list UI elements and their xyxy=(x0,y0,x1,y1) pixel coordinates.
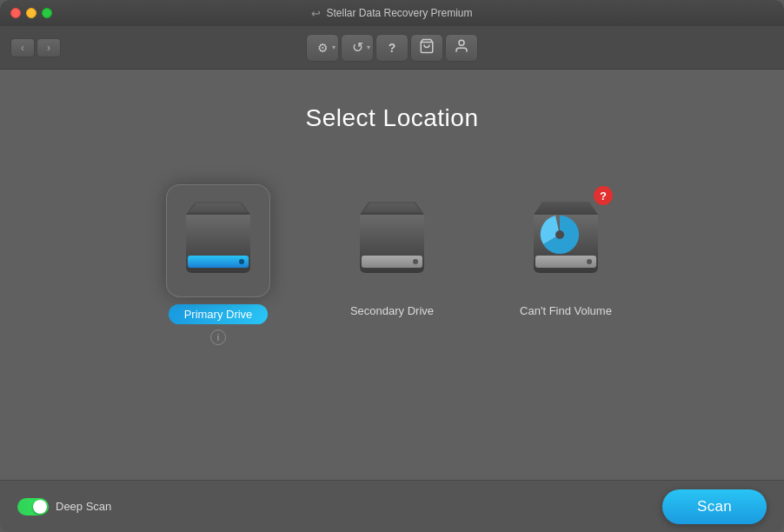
title-bar: ↩ Stellar Data Recovery Premium xyxy=(0,0,784,26)
svg-point-3 xyxy=(239,259,244,264)
primary-drive-item[interactable]: Primary Drive i xyxy=(166,184,270,345)
main-content: Select Location xyxy=(0,70,784,532)
minimize-button[interactable] xyxy=(26,8,37,18)
account-button[interactable] xyxy=(445,34,478,62)
drives-container: Primary Drive i xyxy=(166,184,618,345)
secondary-drive-label: Secondary Drive xyxy=(350,304,434,317)
cart-icon xyxy=(419,38,435,57)
svg-point-5 xyxy=(413,259,418,264)
deep-scan-switch[interactable] xyxy=(17,498,49,515)
primary-drive-info-icon[interactable]: i xyxy=(210,329,226,345)
primary-drive-icon xyxy=(179,193,257,289)
page-title: Select Location xyxy=(306,104,479,132)
secondary-drive-item[interactable]: Secondary Drive xyxy=(340,184,444,317)
window-title: Stellar Data Recovery Premium xyxy=(326,7,472,19)
gear-icon: ⚙ xyxy=(317,41,329,55)
deep-scan-toggle[interactable]: Deep Scan xyxy=(17,498,111,515)
question-icon: ? xyxy=(389,41,396,55)
cant-find-badge: ? xyxy=(594,186,613,205)
person-icon xyxy=(454,38,469,57)
bottom-bar: Deep Scan Scan xyxy=(0,480,784,532)
svg-point-8 xyxy=(555,230,564,239)
svg-point-1 xyxy=(459,40,464,45)
cant-find-drive-label: Can't Find Volume xyxy=(520,304,612,317)
nav-back-button[interactable]: ‹ xyxy=(10,38,35,57)
settings-button[interactable]: ⚙ xyxy=(306,34,339,62)
primary-drive-label: Primary Drive xyxy=(169,304,269,324)
history-icon: ↺ xyxy=(352,39,363,56)
secondary-drive-icon xyxy=(353,193,431,289)
help-button[interactable]: ? xyxy=(375,34,409,62)
toggle-knob xyxy=(33,500,47,514)
svg-point-7 xyxy=(587,259,592,264)
back-arrow-icon: ↩ xyxy=(311,7,321,20)
primary-drive-icon-wrapper xyxy=(166,184,270,297)
scan-button[interactable]: Scan xyxy=(662,489,767,524)
cant-find-drive-icon-wrapper: ? xyxy=(514,184,618,297)
traffic-lights xyxy=(10,8,52,18)
toolbar-icons: ⚙ ↺ ? xyxy=(306,34,478,62)
cart-button[interactable] xyxy=(410,34,443,62)
cant-find-drive-item[interactable]: ? xyxy=(514,184,618,317)
toolbar: ‹ › ⚙ ↺ ? xyxy=(0,26,784,70)
close-button[interactable] xyxy=(10,8,21,18)
history-button[interactable]: ↺ xyxy=(341,34,374,62)
deep-scan-label: Deep Scan xyxy=(56,500,111,513)
maximize-button[interactable] xyxy=(42,8,52,18)
window-title-area: ↩ Stellar Data Recovery Premium xyxy=(311,7,472,20)
nav-forward-button[interactable]: › xyxy=(37,38,61,57)
cant-find-drive-icon xyxy=(527,193,605,289)
secondary-drive-icon-wrapper xyxy=(340,184,444,297)
